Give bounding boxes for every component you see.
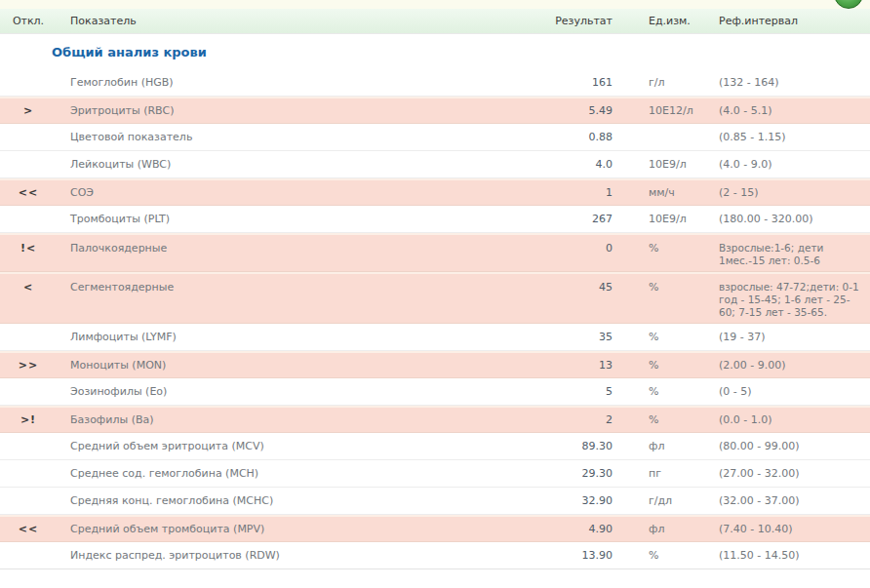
unit-label: пг (632, 467, 719, 480)
result-value: 0.88 (534, 131, 632, 143)
table-row: <<Средний объем тромбоцита (MPV)4.90фл(7… (0, 515, 870, 542)
indicator-name: Тромбоциты (PLT) (57, 213, 534, 225)
result-value: 1 (534, 186, 632, 199)
reference-interval: (27.00 - 32.00) (719, 467, 870, 480)
top-strip (0, 0, 870, 9)
reference-interval: (32.00 - 37.00) (719, 494, 870, 507)
result-value: 267 (534, 213, 632, 225)
column-header-ref-interval: Реф.интервал (719, 15, 870, 27)
unit-label: % (632, 549, 719, 562)
indicator-name: Цветовой показатель (57, 131, 534, 143)
reference-interval: (2.00 - 9.00) (719, 359, 870, 372)
reference-interval: (0.85 - 1.15) (719, 131, 870, 143)
unit-label: % (632, 359, 719, 372)
deviation-flag: > (0, 104, 57, 117)
table-row: >!Базофилы (Ba)2%(0.0 - 1.0) (0, 406, 870, 433)
reference-interval: (4.0 - 5.1) (719, 104, 870, 117)
table-row: !<Палочкоядерные0%Взрослые:1-6; дети 1ме… (0, 233, 870, 272)
unit-label: г/дл (632, 494, 719, 507)
lab-results-page: Откл. Показатель Результат Ед.изм. Реф.и… (0, 0, 870, 569)
indicator-name: Гемоглобин (HGB) (57, 76, 534, 89)
indicator-name: Среднее сод. гемоглобина (MCH) (57, 467, 534, 480)
reference-interval: взрослые: 47-72;дети: 0-1 год - 15-45; 1… (719, 274, 870, 319)
table-row: <Сегментоядерные45%взрослые: 47-72;дети:… (0, 272, 870, 324)
table-row: Индекс распред. эритроцитов (RDW)13.90%(… (0, 542, 870, 569)
result-value: 89.30 (534, 440, 632, 452)
result-value: 35 (534, 331, 632, 343)
table-row: >>Моноциты (MON)13%(2.00 - 9.00) (0, 351, 870, 378)
table-row: Гемоглобин (HGB)161г/л(132 - 164) (0, 69, 870, 97)
indicator-name: Средний объем тромбоцита (MPV) (57, 523, 534, 535)
result-value: 45 (534, 274, 632, 294)
deviation-flag: << (0, 186, 57, 199)
deviation-flag: < (0, 274, 57, 294)
table-row: Среднее сод. гемоглобина (MCH)29.30пг(27… (0, 460, 870, 488)
reference-interval: (80.00 - 99.00) (719, 440, 870, 452)
result-value: 5 (534, 385, 632, 398)
table-row: Лейкоциты (WBC)4.010E9/л(4.0 - 9.0) (0, 151, 870, 178)
reference-interval: (0.0 - 1.0) (719, 413, 870, 426)
table-row: Средний объем эритроцита (MCV)89.30фл(80… (0, 433, 870, 460)
unit-label: % (632, 385, 719, 398)
unit-label: % (632, 235, 719, 255)
reference-interval: (4.0 - 9.0) (719, 158, 870, 171)
reference-interval: (11.50 - 14.50) (719, 549, 870, 562)
reference-interval: (132 - 164) (719, 76, 870, 89)
table-row: >Эритроциты (RBC)5.4910E12/л(4.0 - 5.1) (0, 97, 870, 124)
result-value: 2 (534, 413, 632, 426)
table-row: Эозинофилы (Eo)5%(0 - 5) (0, 378, 870, 406)
column-header-result: Результат (534, 15, 632, 27)
result-value: 13 (534, 359, 632, 372)
unit-label: % (632, 413, 719, 426)
unit-label: % (632, 331, 719, 343)
indicator-name: Лейкоциты (WBC) (57, 158, 534, 171)
reference-interval: (19 - 37) (719, 331, 870, 343)
column-header-deviation: Откл. (0, 15, 57, 27)
unit-label: фл (632, 523, 719, 535)
result-value: 5.49 (534, 104, 632, 117)
indicator-name: Индекс распред. эритроцитов (RDW) (57, 549, 534, 562)
indicator-name: Базофилы (Ba) (57, 413, 534, 426)
reference-interval: Взрослые:1-6; дети 1мес.-15 лет: 0.5-6 (719, 235, 870, 267)
deviation-flag: >! (0, 413, 57, 426)
result-value: 4.0 (534, 158, 632, 171)
indicator-name: СОЭ (57, 186, 534, 199)
reference-interval: (7.40 - 10.40) (719, 523, 870, 535)
indicator-name: Средняя конц. гемоглобина (MCHC) (57, 494, 534, 507)
table-row: Цветовой показатель0.88(0.85 - 1.15) (0, 124, 870, 151)
section-title: Общий анализ крови (52, 45, 207, 59)
unit-label: фл (632, 440, 719, 452)
table-row: Средняя конц. гемоглобина (MCHC)32.90г/д… (0, 488, 870, 515)
unit-label: 10E12/л (632, 104, 719, 117)
unit-label: % (632, 274, 719, 294)
indicator-name: Лимфоциты (LYMF) (57, 331, 534, 343)
unit-label: 10E9/л (632, 213, 719, 225)
result-value: 32.90 (534, 494, 632, 507)
reference-interval: (2 - 15) (719, 186, 870, 199)
column-header-unit: Ед.изм. (632, 15, 719, 27)
result-value: 0 (534, 235, 632, 255)
column-header-indicator: Показатель (57, 15, 534, 27)
unit-label: г/л (632, 76, 719, 89)
table-row: Тромбоциты (PLT)26710E9/л(180.00 - 320.0… (0, 206, 870, 233)
results-table-body: Гемоглобин (HGB)161г/л(132 - 164)>Эритро… (0, 69, 870, 569)
unit-label: 10E9/л (632, 158, 719, 171)
table-row: Лимфоциты (LYMF)35%(19 - 37) (0, 324, 870, 351)
result-value: 29.30 (534, 467, 632, 480)
indicator-name: Эозинофилы (Eo) (57, 385, 534, 398)
result-value: 161 (534, 76, 632, 89)
unit-label: мм/ч (632, 186, 719, 199)
indicator-name: Моноциты (MON) (57, 359, 534, 372)
deviation-flag: !< (0, 235, 57, 255)
table-row: <<СОЭ1мм/ч(2 - 15) (0, 178, 870, 206)
indicator-name: Сегментоядерные (57, 274, 534, 294)
result-value: 4.90 (534, 523, 632, 535)
deviation-flag: >> (0, 359, 57, 372)
section-title-row: Общий анализ крови (0, 34, 870, 69)
indicator-name: Палочкоядерные (57, 235, 534, 255)
reference-interval: (180.00 - 320.00) (719, 213, 870, 225)
result-value: 13.90 (534, 549, 632, 562)
table-header: Откл. Показатель Результат Ед.изм. Реф.и… (0, 9, 870, 34)
deviation-flag: << (0, 523, 57, 535)
reference-interval: (0 - 5) (719, 385, 870, 398)
